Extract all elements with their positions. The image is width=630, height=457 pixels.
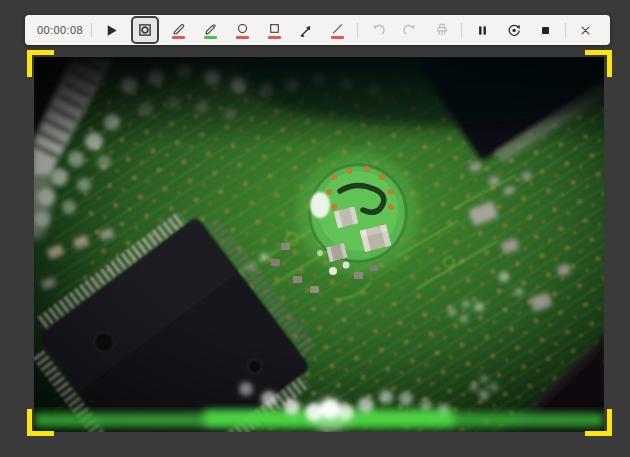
undo-arrow-icon: [370, 22, 386, 38]
pcb-photo: [34, 57, 604, 432]
redo-arrow-icon: [402, 22, 418, 38]
recording-timer: 00:00:08: [37, 24, 83, 36]
capture-corner-top-right: [585, 50, 612, 77]
stop-recording-button[interactable]: [534, 17, 558, 43]
arrow-up-right-icon: [298, 23, 313, 38]
restart-recording-button[interactable]: [502, 17, 526, 43]
toolbar-divider: [461, 23, 462, 37]
close-button[interactable]: [574, 17, 598, 43]
circle-icon: [235, 22, 250, 35]
diagonal-line-icon: [330, 22, 345, 35]
pause-recording-button[interactable]: [470, 17, 494, 43]
toolbar-divider: [91, 23, 92, 37]
line-color-underline: [331, 36, 344, 39]
marker-icon: [203, 22, 218, 35]
highlighter-color-underline: [204, 36, 217, 39]
toolbar-divider: [357, 23, 358, 37]
pen-tool-button[interactable]: [167, 17, 191, 43]
cursor-arrow-icon: [104, 23, 119, 38]
vignette: [34, 57, 604, 432]
restart-record-icon: [506, 22, 522, 38]
pen-color-underline: [172, 36, 185, 39]
square-icon: [267, 22, 282, 35]
clear-annotations-button[interactable]: [430, 17, 454, 43]
rectangle-tool-button[interactable]: [262, 17, 286, 43]
cursor-tool-button[interactable]: [100, 17, 124, 43]
close-x-icon: [578, 23, 593, 38]
snapshot-tool-button[interactable]: [131, 16, 159, 44]
arrow-tool-button[interactable]: [294, 17, 318, 43]
screenshot-region-icon: [137, 22, 153, 38]
highlighter-tool-button[interactable]: [199, 17, 223, 43]
captured-frame: [34, 57, 604, 432]
ellipse-tool-button[interactable]: [230, 17, 254, 43]
pause-icon: [475, 23, 490, 38]
stop-icon: [538, 23, 553, 38]
pencil-icon: [171, 22, 186, 35]
redo-button[interactable]: [398, 17, 422, 43]
undo-button[interactable]: [366, 17, 390, 43]
toolbar-divider: [565, 23, 566, 37]
capture-corner-top-left: [27, 50, 54, 77]
capture-corner-bottom-left: [27, 409, 54, 436]
line-tool-button[interactable]: [326, 17, 350, 43]
brush-icon: [434, 22, 450, 38]
recording-toolbar: 00:00:08: [25, 15, 610, 45]
capture-corner-bottom-right: [585, 409, 612, 436]
ellipse-color-underline: [236, 36, 249, 39]
rectangle-color-underline: [268, 36, 281, 39]
